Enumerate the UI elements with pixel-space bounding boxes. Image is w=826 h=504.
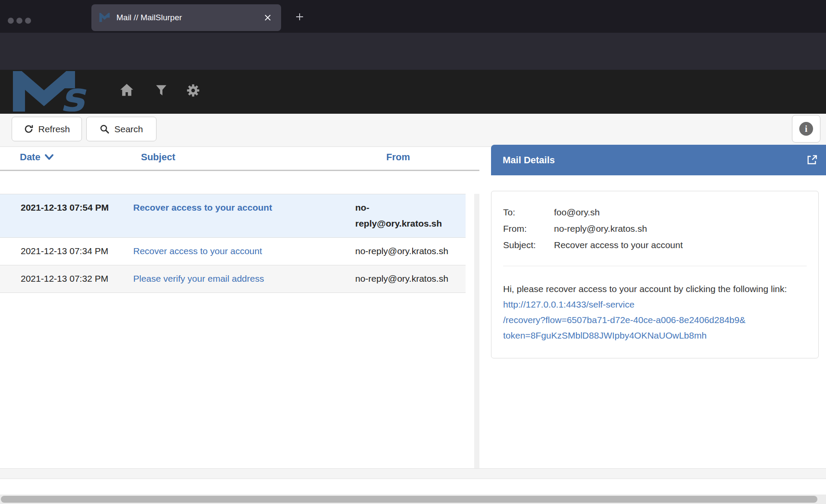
mail-details-card: To: foo@ory.sh From: no-reply@ory.kratos… <box>491 191 819 358</box>
field-value-from: no-reply@ory.kratos.sh <box>554 221 807 237</box>
window-close-dot[interactable] <box>8 18 14 24</box>
field-label: Subject: <box>503 237 554 253</box>
new-tab-button[interactable] <box>294 12 305 22</box>
filter-icon <box>155 84 168 96</box>
mail-from: no-reply@ory.kratos.sh <box>345 199 466 231</box>
mail-from: no-reply@ory.kratos.sh <box>345 243 466 259</box>
browser-tab[interactable]: Mail // MailSlurper <box>91 4 281 31</box>
search-button-label: Search <box>114 124 143 134</box>
column-header-from[interactable]: From <box>386 152 410 163</box>
app-toolbar: Refresh Search i <box>0 114 826 147</box>
gear-icon <box>186 83 200 98</box>
horizontal-scrollbar-thumb[interactable] <box>1 496 817 503</box>
window-controls[interactable] <box>8 18 31 24</box>
app-navbar: s <box>0 70 826 114</box>
footer-bar <box>0 468 826 479</box>
mail-subject-link[interactable]: Please verify your email address <box>133 274 264 283</box>
browser-tab-bar: Mail // MailSlurper <box>0 0 826 33</box>
mail-row-selected[interactable]: 2021-12-13 07:54 PM Recover access to yo… <box>0 194 466 238</box>
mail-from: no-reply@ory.kratos.sh <box>345 271 466 286</box>
screen: Mail // MailSlurper <box>0 0 826 504</box>
external-link-icon <box>806 154 818 166</box>
recovery-link[interactable]: http://127.0.0.1:4433/self-service/recov… <box>503 299 745 340</box>
column-header-subject[interactable]: Subject <box>141 152 175 163</box>
window-minimize-dot[interactable] <box>16 18 22 24</box>
tab-title: Mail // MailSlurper <box>116 13 262 22</box>
column-header-date-label: Date <box>20 152 41 163</box>
close-icon <box>264 14 272 22</box>
settings-button[interactable] <box>186 83 200 98</box>
mailslurper-logo[interactable]: s <box>12 71 97 112</box>
search-button[interactable]: Search <box>86 117 156 141</box>
refresh-button[interactable]: Refresh <box>12 117 82 141</box>
mail-header-fields: To: foo@ory.sh From: no-reply@ory.kratos… <box>503 204 807 253</box>
mail-details-header: Mail Details <box>491 145 826 175</box>
mail-body: Hi, please recover access to your accoun… <box>503 281 807 343</box>
mail-row[interactable]: 2021-12-13 07:32 PM Please verify your e… <box>0 265 466 293</box>
panel-gutter <box>474 194 479 468</box>
browser-toolbar: 127.0.0.1:4436/# 90% <box>0 33 826 70</box>
mail-body-text: Hi, please recover access to your accoun… <box>503 284 787 294</box>
mail-details-title: Mail Details <box>503 155 806 166</box>
mail-row[interactable]: 2021-12-13 07:34 PM Recover access to yo… <box>0 238 466 265</box>
details-divider <box>503 266 807 266</box>
sort-desc-icon <box>44 154 54 161</box>
open-mail-button[interactable] <box>806 154 818 166</box>
field-value-subject: Recover access to your account <box>554 237 807 253</box>
window-maximize-dot[interactable] <box>25 18 31 24</box>
header-divider <box>0 170 479 171</box>
field-value-to: foo@ory.sh <box>554 204 807 221</box>
mail-date: 2021-12-13 07:34 PM <box>0 243 112 259</box>
field-label: From: <box>503 221 554 237</box>
mail-date: 2021-12-13 07:32 PM <box>0 271 112 286</box>
mailslurper-favicon-icon <box>99 13 110 22</box>
tab-close-button[interactable] <box>262 12 273 23</box>
mail-list: 2021-12-13 07:54 PM Recover access to yo… <box>0 194 466 293</box>
info-button[interactable]: i <box>792 115 820 143</box>
info-icon: i <box>799 122 813 136</box>
mail-subject-link[interactable]: Recover access to your account <box>133 246 262 256</box>
mail-subject-link[interactable]: Recover access to your account <box>133 202 272 212</box>
home-icon <box>119 83 134 97</box>
plus-icon <box>294 12 305 22</box>
filter-button[interactable] <box>155 84 168 96</box>
field-label: To: <box>503 204 554 221</box>
mail-date: 2021-12-13 07:54 PM <box>0 199 112 231</box>
refresh-button-label: Refresh <box>38 124 70 134</box>
home-button[interactable] <box>119 83 134 97</box>
svg-text:s: s <box>60 74 87 112</box>
search-icon <box>100 124 110 134</box>
column-header-date[interactable]: Date <box>20 152 54 163</box>
refresh-icon <box>24 124 34 134</box>
